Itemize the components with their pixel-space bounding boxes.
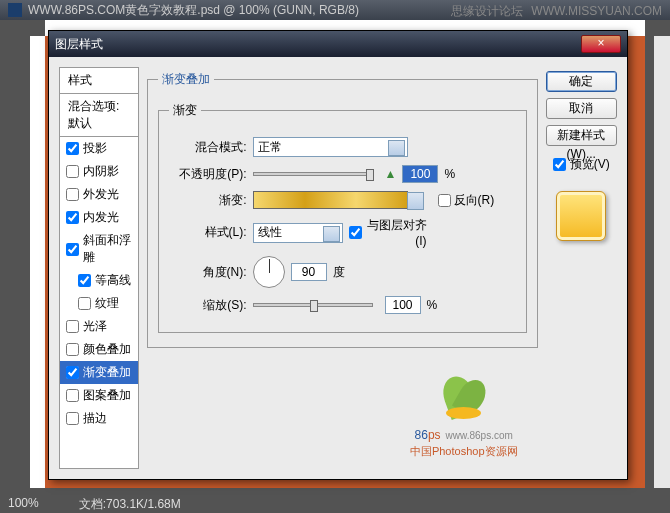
statusbar: 100% 文档:703.1K/1.68M bbox=[0, 493, 670, 513]
opacity-input[interactable]: 100 bbox=[402, 165, 438, 183]
watermark-logo: 86ps www.86ps.com 中国Photoshop资源网 bbox=[410, 371, 518, 459]
ok-button[interactable]: 确定 bbox=[546, 71, 617, 92]
style-label: 图案叠加 bbox=[83, 387, 131, 404]
style-checkbox[interactable] bbox=[66, 412, 79, 425]
style-label: 内发光 bbox=[83, 209, 119, 226]
slider-thumb[interactable] bbox=[310, 300, 318, 312]
style-item-投影[interactable]: 投影 bbox=[60, 137, 138, 160]
new-style-button[interactable]: 新建样式(W)... bbox=[546, 125, 617, 146]
angle-dial[interactable] bbox=[253, 256, 285, 288]
style-checkbox[interactable] bbox=[78, 297, 91, 310]
reverse-checkbox[interactable]: 反向(R) bbox=[438, 192, 516, 209]
settings-panel: 渐变叠加 渐变 混合模式: 正常 不透明度(P): ▲ 10 bbox=[147, 67, 538, 469]
style-label: 纹理 bbox=[95, 295, 119, 312]
blend-mode-value: 正常 bbox=[258, 139, 282, 156]
style-checkbox[interactable] bbox=[66, 366, 79, 379]
slider-thumb[interactable] bbox=[366, 169, 374, 181]
align-checkbox[interactable]: 与图层对齐(I) bbox=[349, 217, 427, 248]
style-checkbox[interactable] bbox=[66, 142, 79, 155]
align-check[interactable] bbox=[349, 226, 362, 239]
pct-label: % bbox=[444, 167, 455, 181]
styles-list-panel: 样式 混合选项:默认 投影内阴影外发光内发光斜面和浮雕等高线纹理光泽颜色叠加渐变… bbox=[59, 67, 139, 469]
buttons-column: 确定 取消 新建样式(W)... 预览(V) bbox=[546, 67, 617, 469]
style-checkbox[interactable] bbox=[66, 343, 79, 356]
style-checkbox[interactable] bbox=[66, 188, 79, 201]
pct-label2: % bbox=[427, 298, 438, 312]
scale-slider[interactable] bbox=[253, 303, 373, 307]
style-label: 光泽 bbox=[83, 318, 107, 335]
chevron-down-icon bbox=[328, 231, 336, 239]
scrollbar-vertical[interactable] bbox=[654, 36, 670, 488]
style-label: 外发光 bbox=[83, 186, 119, 203]
style-label: 颜色叠加 bbox=[83, 341, 131, 358]
style-item-颜色叠加[interactable]: 颜色叠加 bbox=[60, 338, 138, 361]
label-blend-mode: 混合模式: bbox=[169, 139, 247, 156]
row-style: 样式(L): 线性 与图层对齐(I) bbox=[169, 217, 516, 248]
row-blend-mode: 混合模式: 正常 bbox=[169, 137, 516, 157]
style-item-纹理[interactable]: 纹理 bbox=[60, 292, 138, 315]
style-label: 斜面和浮雕 bbox=[83, 232, 132, 266]
style-checkbox[interactable] bbox=[66, 389, 79, 402]
scale-input[interactable]: 100 bbox=[385, 296, 421, 314]
inner-legend: 渐变 bbox=[169, 102, 201, 119]
row-scale: 缩放(S): 100 % bbox=[169, 296, 516, 314]
row-opacity: 不透明度(P): ▲ 100 % bbox=[169, 165, 516, 183]
style-checkbox[interactable] bbox=[66, 243, 79, 256]
preview-swatch bbox=[556, 191, 606, 241]
chevron-down-icon bbox=[393, 145, 401, 153]
row-angle: 角度(N): 90 度 bbox=[169, 256, 516, 288]
close-button[interactable]: × bbox=[581, 35, 621, 53]
dialog-body: 样式 混合选项:默认 投影内阴影外发光内发光斜面和浮雕等高线纹理光泽颜色叠加渐变… bbox=[49, 57, 627, 479]
ruler-vertical bbox=[30, 36, 45, 488]
toolbar[interactable] bbox=[0, 20, 30, 488]
style-checkbox[interactable] bbox=[66, 165, 79, 178]
preview-checkbox[interactable]: 预览(V) bbox=[546, 156, 617, 173]
reverse-check[interactable] bbox=[438, 194, 451, 207]
style-item-等高线[interactable]: 等高线 bbox=[60, 269, 138, 292]
label-style: 样式(L): bbox=[169, 224, 247, 241]
opacity-slider[interactable] bbox=[253, 172, 373, 176]
deg-label: 度 bbox=[333, 264, 345, 281]
angle-input[interactable]: 90 bbox=[291, 263, 327, 281]
dialog-titlebar[interactable]: 图层样式 × bbox=[49, 31, 627, 57]
style-checkbox[interactable] bbox=[66, 211, 79, 224]
gradient-picker[interactable] bbox=[253, 191, 408, 209]
blend-options-header[interactable]: 混合选项:默认 bbox=[60, 94, 138, 137]
style-checkbox[interactable] bbox=[66, 320, 79, 333]
gradient-overlay-group: 渐变叠加 渐变 混合模式: 正常 不透明度(P): ▲ 10 bbox=[147, 71, 538, 348]
dialog-title: 图层样式 bbox=[55, 36, 581, 53]
watermark-left: 思缘设计论坛 bbox=[451, 4, 523, 18]
layer-style-dialog: 图层样式 × 样式 混合选项:默认 投影内阴影外发光内发光斜面和浮雕等高线纹理光… bbox=[48, 30, 628, 480]
style-label: 内阴影 bbox=[83, 163, 119, 180]
style-value: 线性 bbox=[258, 224, 282, 241]
style-item-外发光[interactable]: 外发光 bbox=[60, 183, 138, 206]
style-item-内阴影[interactable]: 内阴影 bbox=[60, 160, 138, 183]
style-select[interactable]: 线性 bbox=[253, 223, 343, 243]
label-scale: 缩放(S): bbox=[169, 297, 247, 314]
preview-check[interactable] bbox=[553, 158, 566, 171]
style-item-内发光[interactable]: 内发光 bbox=[60, 206, 138, 229]
style-label: 描边 bbox=[83, 410, 107, 427]
document-title: WWW.86PS.COM黄色字效教程.psd @ 100% (GUNN, RGB… bbox=[28, 2, 359, 19]
style-item-斜面和浮雕[interactable]: 斜面和浮雕 bbox=[60, 229, 138, 269]
label-gradient: 渐变: bbox=[169, 192, 247, 209]
style-item-渐变叠加[interactable]: 渐变叠加 bbox=[60, 361, 138, 384]
group-legend: 渐变叠加 bbox=[158, 71, 214, 88]
watermark-right: WWW.MISSYUAN.COM bbox=[531, 4, 662, 18]
style-item-光泽[interactable]: 光泽 bbox=[60, 315, 138, 338]
cancel-button[interactable]: 取消 bbox=[546, 98, 617, 119]
zoom-level[interactable]: 100% bbox=[8, 496, 39, 510]
style-checkbox[interactable] bbox=[78, 274, 91, 287]
style-item-图案叠加[interactable]: 图案叠加 bbox=[60, 384, 138, 407]
logo-subtitle: 中国Photoshop资源网 bbox=[410, 444, 518, 459]
logo-swirl-icon bbox=[434, 371, 494, 421]
styles-header[interactable]: 样式 bbox=[60, 68, 138, 94]
style-item-描边[interactable]: 描边 bbox=[60, 407, 138, 430]
blend-mode-select[interactable]: 正常 bbox=[253, 137, 408, 157]
style-label: 投影 bbox=[83, 140, 107, 157]
label-angle: 角度(N): bbox=[169, 264, 247, 281]
style-label: 等高线 bbox=[95, 272, 131, 289]
style-label: 渐变叠加 bbox=[83, 364, 131, 381]
row-gradient: 渐变: 反向(R) bbox=[169, 191, 516, 209]
logo-text: 86ps www.86ps.com bbox=[410, 423, 518, 444]
